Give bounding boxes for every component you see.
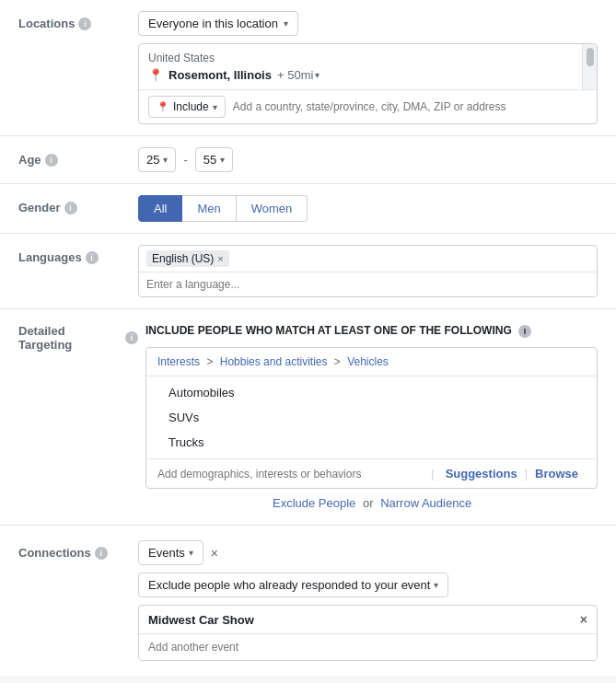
age-dash: - bbox=[183, 153, 187, 167]
narrow-audience-link[interactable]: Narrow Audience bbox=[380, 496, 471, 510]
gender-all-button[interactable]: All bbox=[138, 195, 182, 222]
suggestions-button[interactable]: Suggestions bbox=[438, 467, 525, 480]
breadcrumb-sep1: > bbox=[206, 355, 213, 368]
event-close-icon[interactable]: × bbox=[580, 612, 587, 627]
include-row: 📍 Include ▾ bbox=[139, 90, 597, 123]
location-box: United States 📍 Rosemont, Illinois + 50m… bbox=[138, 43, 598, 124]
language-tag-close-icon[interactable]: × bbox=[217, 253, 223, 264]
events-chevron-icon: ▾ bbox=[189, 548, 193, 558]
language-input[interactable] bbox=[139, 272, 597, 296]
age-min-value: 25 bbox=[146, 153, 159, 167]
connections-info-icon[interactable]: i bbox=[95, 547, 108, 560]
pin-icon: 📍 bbox=[148, 68, 163, 82]
connections-label-text: Connections bbox=[18, 546, 91, 560]
locations-dropdown[interactable]: Everyone in this location ▾ bbox=[138, 11, 298, 36]
locations-content: Everyone in this location ▾ United State… bbox=[138, 11, 598, 124]
include-button[interactable]: 📍 Include ▾ bbox=[148, 96, 226, 118]
detailed-suffix: people who match at least ONE of the fol… bbox=[198, 324, 512, 337]
scrollbar[interactable] bbox=[582, 44, 597, 89]
gender-men-button[interactable]: Men bbox=[182, 195, 236, 222]
breadcrumb-row: Interests > Hobbies and activities > Veh… bbox=[146, 348, 597, 376]
age-max-chevron-icon: ▾ bbox=[220, 155, 225, 165]
languages-label-text: Languages bbox=[18, 250, 82, 264]
targeting-actions: Suggestions | Browse bbox=[438, 467, 586, 480]
gender-women-button[interactable]: Women bbox=[237, 195, 308, 222]
locations-row: Locations i Everyone in this location ▾ … bbox=[0, 0, 616, 136]
locations-info-icon[interactable]: i bbox=[78, 17, 91, 30]
detailed-targeting-section: Detailed Targeting i INCLUDE people who … bbox=[0, 309, 616, 526]
city-name: Rosemont, Illinois bbox=[169, 68, 272, 82]
event-item: Midwest Car Show × bbox=[139, 606, 597, 634]
language-box: English (US) × bbox=[138, 245, 598, 297]
location-item: 📍 Rosemont, Illinois + 50mi ▾ bbox=[148, 68, 587, 82]
exclude-row: Exclude People or Narrow Audience bbox=[273, 496, 598, 510]
scroll-thumb bbox=[587, 48, 594, 66]
breadcrumb-interests[interactable]: Interests bbox=[157, 355, 200, 368]
language-tag: English (US) × bbox=[146, 250, 229, 267]
languages-content: English (US) × bbox=[138, 245, 598, 297]
age-label-col: Age i bbox=[18, 147, 138, 167]
event-name: Midwest Car Show bbox=[148, 613, 254, 627]
breadcrumb: Interests > Hobbies and activities > Veh… bbox=[157, 355, 586, 368]
events-row: Events ▾ × bbox=[138, 540, 598, 565]
breadcrumb-hobbies[interactable]: Hobbies and activities bbox=[220, 355, 328, 368]
gender-content: All Men Women bbox=[138, 195, 598, 222]
targeting-search-input[interactable] bbox=[157, 468, 431, 480]
location-box-inner: United States 📍 Rosemont, Illinois + 50m… bbox=[139, 44, 597, 90]
events-btn-label: Events bbox=[148, 546, 185, 560]
include-label: Include bbox=[173, 100, 209, 113]
browse-button[interactable]: Browse bbox=[528, 467, 586, 480]
event-box: Midwest Car Show × bbox=[138, 605, 598, 661]
detailed-targeting-description: INCLUDE people who match at least ONE of… bbox=[145, 324, 531, 338]
location-range[interactable]: + 50mi ▾ bbox=[277, 68, 320, 82]
locations-label: Locations i bbox=[18, 11, 138, 30]
languages-info-icon[interactable]: i bbox=[86, 251, 99, 264]
age-max-value: 55 bbox=[203, 153, 216, 167]
detailed-targeting-info-icon[interactable]: i bbox=[125, 331, 138, 344]
detailed-targeting-label: Detailed Targeting i bbox=[18, 324, 138, 352]
breadcrumb-sep2: > bbox=[334, 355, 341, 368]
gender-label-text: Gender bbox=[18, 201, 61, 214]
gender-row: Gender i All Men Women bbox=[0, 184, 616, 234]
detailed-prefix: INCLUDE bbox=[145, 324, 194, 337]
age-max-select[interactable]: 55 ▾ bbox=[195, 147, 233, 172]
exclude-event-label: Exclude people who already responded to … bbox=[148, 578, 430, 592]
gender-controls: All Men Women bbox=[138, 195, 598, 222]
chevron-down-icon: ▾ bbox=[284, 18, 288, 29]
targeting-item-automobiles: Automobiles bbox=[146, 380, 597, 405]
targeting-sep: | bbox=[431, 467, 434, 480]
languages-row: Languages i English (US) × bbox=[0, 234, 616, 309]
connections-section: Connections i Events ▾ × Exclude people … bbox=[0, 526, 616, 676]
age-row: Age i 25 ▾ - 55 ▾ bbox=[0, 136, 616, 184]
or-text: or bbox=[363, 496, 374, 510]
breadcrumb-vehicles[interactable]: Vehicles bbox=[347, 355, 389, 368]
country-label: United States bbox=[148, 52, 587, 64]
exclude-event-chevron-icon: ▾ bbox=[434, 580, 438, 590]
age-label-text: Age bbox=[18, 153, 41, 167]
locations-dropdown-label: Everyone in this location bbox=[148, 17, 278, 30]
gender-label-col: Gender i bbox=[18, 195, 138, 214]
age-info-icon[interactable]: i bbox=[45, 154, 58, 167]
add-event-input[interactable] bbox=[139, 634, 597, 660]
connections-content: Events ▾ × Exclude people who already re… bbox=[138, 540, 598, 661]
detailed-desc-info-icon[interactable]: i bbox=[518, 325, 531, 338]
age-min-chevron-icon: ▾ bbox=[163, 155, 168, 165]
connections-inner: Connections i Events ▾ × Exclude people … bbox=[18, 540, 598, 661]
exclude-event-button[interactable]: Exclude people who already responded to … bbox=[138, 573, 448, 597]
language-tag-label: English (US) bbox=[152, 252, 214, 265]
languages-label-col: Languages i bbox=[18, 245, 138, 264]
targeting-item-suvs: SUVs bbox=[146, 405, 597, 430]
targeting-items: Automobiles SUVs Trucks bbox=[146, 376, 597, 458]
exclude-people-link[interactable]: Exclude People bbox=[273, 496, 355, 510]
include-pin-icon: 📍 bbox=[157, 101, 169, 113]
events-close-icon[interactable]: × bbox=[211, 546, 218, 561]
age-controls: 25 ▾ - 55 ▾ bbox=[138, 147, 598, 172]
age-min-select[interactable]: 25 ▾ bbox=[138, 147, 176, 172]
range-label: + 50mi bbox=[277, 68, 313, 82]
targeting-item-trucks: Trucks bbox=[146, 430, 597, 455]
add-location-input[interactable] bbox=[226, 97, 587, 117]
connections-label-col: Connections i bbox=[18, 540, 138, 560]
locations-label-text: Locations bbox=[18, 17, 75, 30]
events-button[interactable]: Events ▾ bbox=[138, 540, 203, 565]
gender-info-icon[interactable]: i bbox=[64, 202, 77, 214]
